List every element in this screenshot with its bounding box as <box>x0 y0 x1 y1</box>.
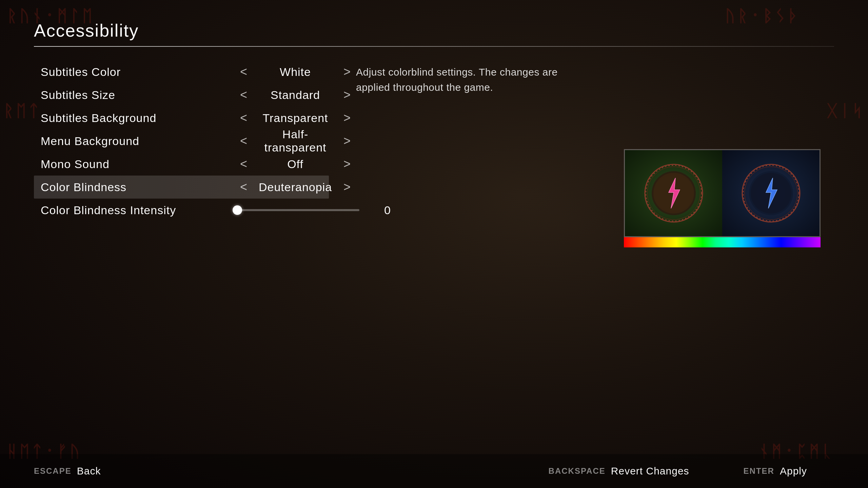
arrow-right-subtitles-color[interactable]: > <box>341 63 353 80</box>
setting-value-menu-background: Half-transparent <box>258 128 333 154</box>
color-blindness-preview-panel <box>624 149 821 247</box>
arrow-left-menu-background[interactable]: < <box>237 133 250 149</box>
preview-original <box>625 150 722 236</box>
setting-item-color-blindness[interactable]: Color Blindness < Deuteranopia > <box>34 176 329 199</box>
bottom-action-back: ESCAPE Back <box>34 465 101 477</box>
bottom-action-revert[interactable]: BACKSPACE Revert Changes <box>549 465 689 477</box>
slider-label-color-blindness-intensity: Color Blindness Intensity <box>41 204 237 217</box>
revert-key-label: BACKSPACE <box>549 466 606 476</box>
back-action-label: Back <box>77 465 101 477</box>
bottom-bar: ESCAPE Back BACKSPACE Revert Changes ENT… <box>0 454 868 488</box>
setting-label-subtitles-background: Subtitles Background <box>41 111 237 125</box>
color-spectrum-bar <box>624 237 821 247</box>
preview-deuteranopia <box>722 150 820 236</box>
setting-item-subtitles-size[interactable]: Subtitles Size < Standard > <box>34 83 329 106</box>
setting-label-mono-sound: Mono Sound <box>41 158 237 171</box>
setting-value-subtitles-size: Standard <box>258 88 333 102</box>
setting-control-mono-sound: < Off > <box>237 156 353 172</box>
setting-value-subtitles-color: White <box>258 65 333 79</box>
arrow-right-mono-sound[interactable]: > <box>341 156 353 172</box>
bottom-right: BACKSPACE Revert Changes ENTER Apply <box>549 465 834 477</box>
setting-item-subtitles-color[interactable]: Subtitles Color < White > <box>34 60 329 83</box>
apply-action-label: Apply <box>780 465 807 477</box>
arrow-left-color-blindness[interactable]: < <box>237 179 250 196</box>
slider-track[interactable] <box>237 209 359 211</box>
arrow-right-subtitles-background[interactable]: > <box>341 109 353 126</box>
preview-images <box>624 149 821 237</box>
main-content: Accessibility Subtitles Color < White > … <box>34 20 834 461</box>
setting-item-menu-background[interactable]: Menu Background < Half-transparent > <box>34 129 329 152</box>
arrow-left-subtitles-size[interactable]: < <box>237 86 250 103</box>
setting-control-color-blindness: < Deuteranopia > <box>237 179 353 196</box>
slider-thumb[interactable] <box>233 205 242 215</box>
setting-label-color-blindness: Color Blindness <box>41 181 237 194</box>
preview-circle-original <box>643 163 704 224</box>
arrow-right-menu-background[interactable]: > <box>341 133 353 149</box>
setting-label-menu-background: Menu Background <box>41 135 237 148</box>
arrow-left-subtitles-color[interactable]: < <box>237 63 250 80</box>
back-key-label: ESCAPE <box>34 466 72 476</box>
bottom-action-apply[interactable]: ENTER Apply <box>744 465 807 477</box>
arrow-left-mono-sound[interactable]: < <box>237 156 250 172</box>
arrow-right-subtitles-size[interactable]: > <box>341 86 353 103</box>
setting-control-subtitles-size: < Standard > <box>237 86 353 103</box>
setting-control-subtitles-color: < White > <box>237 63 353 80</box>
description-text: Adjust colorblind settings. The changes … <box>356 64 573 95</box>
setting-control-subtitles-background: < Transparent > <box>237 109 353 126</box>
setting-label-subtitles-size: Subtitles Size <box>41 88 237 102</box>
arrow-left-subtitles-background[interactable]: < <box>237 109 250 126</box>
setting-item-subtitles-background[interactable]: Subtitles Background < Transparent > <box>34 106 329 129</box>
setting-value-subtitles-background: Transparent <box>258 111 333 125</box>
apply-key-label: ENTER <box>744 466 774 476</box>
setting-item-mono-sound[interactable]: Mono Sound < Off > <box>34 152 329 176</box>
settings-list: Subtitles Color < White > Subtitles Size… <box>34 60 329 199</box>
setting-value-color-blindness: Deuteranopia <box>258 181 333 194</box>
preview-circle-deuteranopia <box>741 163 802 224</box>
slider-value: 0 <box>370 204 391 217</box>
description-panel: Adjust colorblind settings. The changes … <box>356 64 573 95</box>
title-divider <box>34 46 834 47</box>
setting-value-mono-sound: Off <box>258 158 333 171</box>
revert-action-label: Revert Changes <box>611 465 689 477</box>
setting-label-subtitles-color: Subtitles Color <box>41 65 237 79</box>
arrow-right-color-blindness[interactable]: > <box>341 179 353 196</box>
setting-control-menu-background: < Half-transparent > <box>237 128 353 154</box>
page-title: Accessibility <box>34 20 834 41</box>
